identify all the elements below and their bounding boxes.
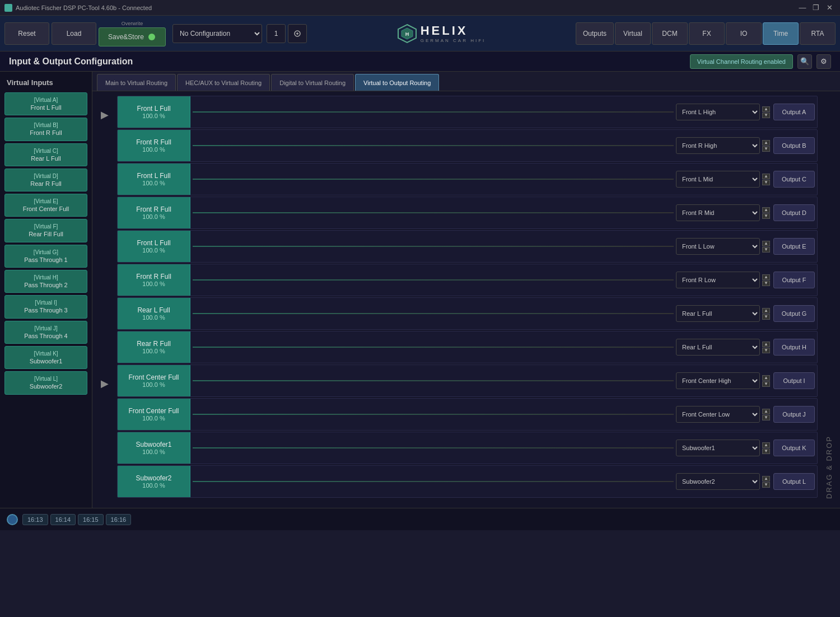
dest-up-arrow-8[interactable]: ▲ bbox=[762, 375, 770, 381]
dest-up-arrow-3[interactable]: ▲ bbox=[762, 207, 770, 213]
dest-dropdown-4[interactable]: Front L Low bbox=[676, 238, 760, 255]
sidebar-item-0[interactable]: [Virtual A]Front L Full bbox=[4, 92, 87, 115]
source-block-5[interactable]: Front R Full 100.0 % bbox=[118, 264, 190, 296]
tab-virtual-output[interactable]: Virtual to Output Routing bbox=[355, 74, 439, 91]
dest-down-arrow-10[interactable]: ▼ bbox=[762, 448, 770, 454]
sidebar-item-6[interactable]: [Virtual G]Pass Through 1 bbox=[4, 245, 87, 268]
source-block-2[interactable]: Front L Full 100.0 % bbox=[118, 163, 190, 195]
dest-up-arrow-7[interactable]: ▲ bbox=[762, 342, 770, 347]
dest-down-arrow-4[interactable]: ▼ bbox=[762, 247, 770, 253]
sidebar-item-3[interactable]: [Virtual D]Rear R Full bbox=[4, 169, 87, 191]
dest-dropdown-3[interactable]: Front R Mid bbox=[676, 204, 760, 221]
source-pct-2: 100.0 % bbox=[142, 180, 165, 186]
dest-down-arrow-2[interactable]: ▼ bbox=[762, 180, 770, 185]
load-button[interactable]: Load bbox=[52, 22, 96, 45]
sidebar-item-11[interactable]: [Virtual L]Subwoofer2 bbox=[4, 371, 87, 394]
time-badge-2[interactable]: 16:15 bbox=[78, 514, 104, 525]
dest-up-arrow-1[interactable]: ▲ bbox=[762, 140, 770, 146]
dest-dropdown-11[interactable]: Subwoofer2 bbox=[676, 473, 760, 490]
dest-arrows-1: ▲ ▼ bbox=[762, 140, 771, 152]
dest-up-arrow-2[interactable]: ▲ bbox=[762, 174, 770, 179]
time-badge-1[interactable]: 16:14 bbox=[50, 514, 76, 525]
dest-area-0: Front L High ▲ ▼ Output A bbox=[676, 104, 817, 120]
source-block-0[interactable]: Front L Full 100.0 % bbox=[118, 96, 190, 128]
helix-emblem: H bbox=[397, 24, 417, 44]
dest-up-arrow-0[interactable]: ▲ bbox=[762, 106, 770, 112]
config-icon-button[interactable] bbox=[288, 24, 307, 43]
dest-arrows-2: ▲ ▼ bbox=[762, 174, 771, 185]
dest-down-arrow-9[interactable]: ▼ bbox=[762, 415, 770, 420]
nav-virtual-button[interactable]: Virtual bbox=[615, 22, 651, 45]
sidebar-item-7[interactable]: [Virtual H]Pass Through 2 bbox=[4, 270, 87, 293]
config-number-input[interactable] bbox=[267, 24, 286, 43]
nav-io-button[interactable]: IO bbox=[726, 22, 762, 45]
source-block-1[interactable]: Front R Full 100.0 % bbox=[118, 130, 190, 161]
tab-hec-aux[interactable]: HEC/AUX to Virtual Routing bbox=[177, 74, 270, 91]
dest-down-arrow-5[interactable]: ▼ bbox=[762, 281, 770, 286]
dest-down-arrow-11[interactable]: ▼ bbox=[762, 482, 770, 488]
sidebar-item-4[interactable]: [Virtual E]Front Center Full bbox=[4, 194, 87, 217]
window-controls[interactable]: — ❐ ✕ bbox=[796, 2, 836, 13]
dest-down-arrow-6[interactable]: ▼ bbox=[762, 314, 770, 320]
dest-down-arrow-7[interactable]: ▼ bbox=[762, 348, 770, 353]
dest-up-arrow-5[interactable]: ▲ bbox=[762, 274, 770, 280]
dest-down-arrow-8[interactable]: ▼ bbox=[762, 381, 770, 387]
source-block-4[interactable]: Front L Full 100.0 % bbox=[118, 231, 190, 262]
save-store-button[interactable]: Save&Store bbox=[99, 27, 166, 46]
sidebar-item-5[interactable]: [Virtual F]Rear Fill Full bbox=[4, 219, 87, 242]
dest-dropdown-8[interactable]: Front Center High bbox=[676, 372, 760, 389]
dest-up-arrow-9[interactable]: ▲ bbox=[762, 409, 770, 414]
time-badge-3[interactable]: 16:16 bbox=[106, 514, 132, 525]
reset-button[interactable]: Reset bbox=[4, 22, 49, 45]
output-label-6: Output G bbox=[773, 305, 815, 322]
search-icon-button[interactable]: 🔍 bbox=[797, 54, 812, 69]
config-dropdown[interactable]: No Configuration bbox=[172, 24, 262, 43]
nav-outputs-button[interactable]: Outputs bbox=[576, 22, 614, 45]
source-block-6[interactable]: Rear L Full 100.0 % bbox=[118, 298, 190, 329]
close-button[interactable]: ✕ bbox=[823, 2, 836, 13]
source-block-9[interactable]: Front Center Full 100.0 % bbox=[118, 399, 190, 430]
tab-digital-virtual[interactable]: Digital to Virtual Routing bbox=[271, 74, 354, 91]
dest-up-arrow-11[interactable]: ▲ bbox=[762, 476, 770, 482]
sidebar-item-2[interactable]: [Virtual C]Rear L Full bbox=[4, 143, 87, 166]
save-indicator bbox=[148, 34, 155, 40]
dest-dropdown-5[interactable]: Front R Low bbox=[676, 272, 760, 288]
dest-dropdown-7[interactable]: Rear L Full bbox=[676, 339, 760, 356]
nav-fx-button[interactable]: FX bbox=[689, 22, 725, 45]
dest-area-7: Rear L Full ▲ ▼ Output H bbox=[676, 339, 817, 356]
nav-dcm-button[interactable]: DCM bbox=[652, 22, 688, 45]
dest-down-arrow-1[interactable]: ▼ bbox=[762, 146, 770, 152]
dest-dropdown-10[interactable]: Subwoofer1 bbox=[676, 440, 760, 456]
nav-time-button[interactable]: Time bbox=[763, 22, 799, 45]
source-block-3[interactable]: Front R Full 100.0 % bbox=[118, 197, 190, 228]
logo-text: HELIX GERMAN CAR HIFI bbox=[421, 24, 486, 43]
time-badge-0[interactable]: 16:13 bbox=[22, 514, 48, 525]
source-block-11[interactable]: Subwoofer2 100.0 % bbox=[118, 466, 190, 497]
source-block-7[interactable]: Rear R Full 100.0 % bbox=[118, 331, 190, 363]
sidebar-item-10[interactable]: [Virtual K]Subwoofer1 bbox=[4, 346, 87, 369]
dest-up-arrow-10[interactable]: ▲ bbox=[762, 442, 770, 448]
dest-dropdown-6[interactable]: Rear L Full bbox=[676, 305, 760, 322]
minimize-button[interactable]: — bbox=[796, 2, 809, 13]
dest-up-arrow-6[interactable]: ▲ bbox=[762, 308, 770, 314]
sidebar-item-9[interactable]: [Virtual J]Pass Through 4 bbox=[4, 321, 87, 344]
nav-rta-button[interactable]: RTA bbox=[800, 22, 836, 45]
source-block-8[interactable]: Front Center Full 100.0 % bbox=[118, 365, 190, 396]
settings-icon-button[interactable]: ⚙ bbox=[816, 54, 831, 69]
tab-main-virtual[interactable]: Main to Virtual Routing bbox=[97, 74, 176, 91]
source-block-10[interactable]: Subwoofer1 100.0 % bbox=[118, 432, 190, 464]
dest-up-arrow-4[interactable]: ▲ bbox=[762, 241, 770, 246]
virtual-channel-button[interactable]: Virtual Channel Routing enabled bbox=[690, 54, 793, 69]
dest-down-arrow-3[interactable]: ▼ bbox=[762, 213, 770, 219]
sidebar-item-1[interactable]: [Virtual B]Front R Full bbox=[4, 118, 87, 141]
dest-down-arrow-0[interactable]: ▼ bbox=[762, 113, 770, 118]
overwrite-label: Overwrite bbox=[122, 21, 143, 26]
sidebar-item-8[interactable]: [Virtual I]Pass Through 3 bbox=[4, 295, 87, 318]
app-icon bbox=[4, 4, 12, 12]
dest-dropdown-9[interactable]: Front Center Low bbox=[676, 406, 760, 423]
dest-dropdown-1[interactable]: Front R High bbox=[676, 137, 760, 154]
dest-dropdown-2[interactable]: Front L Mid bbox=[676, 171, 760, 188]
maximize-button[interactable]: ❐ bbox=[810, 2, 822, 13]
source-pct-8: 100.0 % bbox=[142, 381, 165, 388]
dest-dropdown-0[interactable]: Front L High bbox=[676, 104, 760, 120]
